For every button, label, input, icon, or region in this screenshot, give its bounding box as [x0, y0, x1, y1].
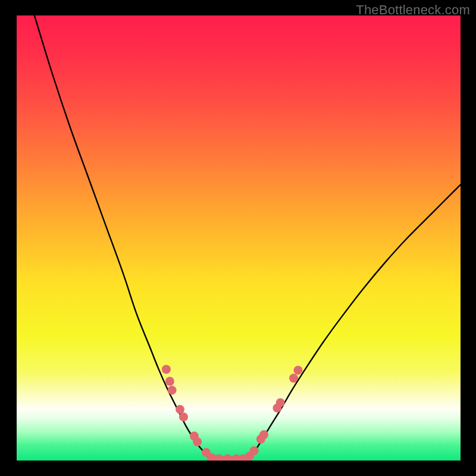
bottleneck-chart [17, 15, 461, 461]
data-point [162, 365, 171, 374]
data-point [176, 405, 184, 414]
watermark-text: TheBottleneck.com [356, 2, 470, 18]
data-point [165, 377, 174, 386]
data-point [179, 412, 188, 421]
data-point [168, 386, 177, 394]
data-point [193, 437, 202, 446]
data-point [289, 374, 298, 383]
data-point [293, 366, 302, 375]
data-point [276, 398, 285, 407]
chart-stage: TheBottleneck.com [0, 0, 476, 476]
data-point [250, 446, 259, 455]
gradient-background [17, 15, 461, 461]
data-point [259, 430, 268, 439]
